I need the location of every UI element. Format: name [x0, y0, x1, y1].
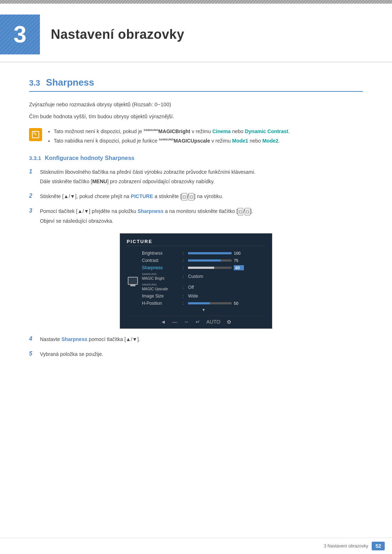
menu-contrast-label: Contrast — [142, 258, 178, 263]
menu-magic-upscale-label: SAMSUNGMAGIC Upscale — [142, 283, 178, 291]
chapter-header: 3 Nastavení obrazovky — [0, 4, 392, 62]
step-3-line-1: Pomocí tlačítek [▲/▼] přejděte na položk… — [40, 207, 363, 216]
note-box: Tato možnost není k dispozici, pokud je … — [29, 127, 363, 146]
hposition-bar — [188, 302, 232, 304]
step-1-content: Stisknutím libovolného tlačítka na předn… — [40, 168, 363, 187]
step-3-number: 3 — [29, 208, 35, 214]
sharpness-bar — [188, 267, 232, 269]
chapter-number-text: 3 — [13, 21, 26, 48]
step-5-content: Vybraná položka se použije. — [40, 350, 363, 360]
page-footer: 3 Nastavení obrazovky 52 — [0, 538, 392, 554]
chapter-title: Nastavení obrazovky — [51, 27, 184, 42]
step-3: 3 Pomocí tlačítek [▲/▼] přejděte na polo… — [29, 207, 363, 227]
step-2-number: 2 — [29, 193, 35, 199]
magic-upscale-value: Off — [188, 285, 194, 290]
menu-sharpness-label: Sharpness — [142, 265, 178, 270]
note-list: Tato možnost není k dispozici, pokud je … — [47, 127, 290, 146]
sharpness-fill — [188, 267, 214, 269]
menu-item-hposition: H-Position : 50 — [142, 300, 265, 307]
step-4-number: 4 — [29, 336, 35, 342]
chapter-number: 3 — [0, 15, 40, 54]
note-icon — [29, 128, 42, 141]
step-1-number: 1 — [29, 168, 35, 175]
contrast-fill — [188, 259, 221, 262]
menu-item-magic-bright: SAMSUNGMAGIC Bright : Custom — [142, 271, 265, 282]
footer-page-number: 52 — [372, 542, 385, 550]
nav-minus-icon: — — [172, 319, 177, 325]
step-3-content: Pomocí tlačítek [▲/▼] přejděte na položk… — [40, 207, 363, 227]
hposition-fill — [188, 302, 210, 304]
menu-item-contrast: Contrast : 75 — [142, 257, 265, 264]
main-content: 3.3 Sharpness Zvýrazňuje nebo rozmazává … — [0, 62, 392, 386]
contrast-value: 75 — [234, 258, 244, 263]
section-title: Sharpness — [46, 77, 94, 88]
menu-screenshot: PICTURE Brightness : 100 — [120, 233, 272, 329]
menu-hposition-label: H-Position — [142, 301, 178, 306]
description-2: Čím bude hodnota vyšší, tím budou obrysy… — [29, 112, 363, 121]
step-2: 2 Stiskněte [▲/▼], pokud chcete přejít n… — [29, 192, 363, 202]
step-4: 4 Nastavte Sharpness pomocí tlačítka [▲/… — [29, 335, 363, 345]
step-5-line: Vybraná položka se použije. — [40, 350, 363, 358]
description-1: Zvýrazňuje nebo rozmazává obrysy objektů… — [29, 100, 363, 109]
step-2-content: Stiskněte [▲/▼], pokud chcete přejít na … — [40, 192, 363, 202]
step-1-line-2: Dále stiskněte tlačítko [MENU] pro zobra… — [40, 177, 363, 185]
tv-icon — [128, 277, 138, 285]
step-4-content: Nastavte Sharpness pomocí tlačítka [▲/▼]… — [40, 335, 363, 345]
menu-brightness-label: Brightness — [142, 251, 178, 256]
nav-auto-label: AUTO — [207, 319, 221, 325]
menu-items-list: Brightness : 100 Contrast : — [142, 250, 265, 312]
menu-item-brightness: Brightness : 100 — [142, 250, 265, 257]
menu-sidebar — [127, 250, 139, 312]
menu-body: Brightness : 100 Contrast : — [127, 250, 265, 312]
menu-title: PICTURE — [127, 239, 265, 246]
steps-list: 1 Stisknutím libovolného tlačítka na pře… — [29, 168, 363, 227]
step-4-line: Nastavte Sharpness pomocí tlačítka [▲/▼]… — [40, 335, 363, 343]
nav-settings-icon: ✿ — [227, 319, 231, 325]
brightness-fill — [188, 252, 232, 254]
note-item-1: Tato možnost není k dispozici, pokud je … — [54, 127, 290, 136]
section-number: 3.3 — [29, 78, 40, 88]
subsection-title: Konfigurace hodnoty Sharpness — [45, 155, 134, 161]
nav-back-icon: ↵ — [196, 319, 200, 325]
subsection-heading: 3.3.1 Konfigurace hodnoty Sharpness — [29, 155, 363, 161]
sharpness-value: 60 — [234, 265, 244, 270]
menu-item-image-size: Image Size : Wide — [142, 292, 265, 300]
menu-item-magic-upscale: SAMSUNGMAGIC Upscale : Off — [142, 282, 265, 292]
hposition-value: 50 — [234, 301, 244, 305]
page: 3 Nastavení obrazovky 3.3 Sharpness Zvýr… — [0, 0, 392, 554]
menu-nav-bar: ◄ — ↔ ↵ AUTO ✿ — [127, 316, 265, 325]
nav-enter-icon: ↔ — [184, 319, 189, 325]
nav-left-icon: ◄ — [161, 319, 166, 325]
note-item-2: Tato nabídka není k dispozici, pokud je … — [54, 137, 290, 145]
step-1-line-1: Stisknutím libovolného tlačítka na předn… — [40, 168, 363, 176]
footer-text: 3 Nastavení obrazovky — [324, 543, 368, 549]
menu-image-size-label: Image Size — [142, 294, 178, 299]
brightness-bar — [188, 252, 232, 254]
steps-after-list: 4 Nastavte Sharpness pomocí tlačítka [▲/… — [29, 335, 363, 360]
top-stripe — [0, 0, 392, 4]
step-2-line-1: Stiskněte [▲/▼], pokud chcete přejít na … — [40, 192, 363, 201]
subsection-number: 3.3.1 — [29, 155, 41, 161]
scroll-down-indicator: ▼ — [142, 308, 265, 312]
step-3-line-2: Objeví se následující obrazovka. — [40, 217, 363, 225]
section-heading: 3.3 Sharpness — [29, 77, 363, 92]
step-5-number: 5 — [29, 350, 35, 357]
brightness-value: 100 — [234, 251, 244, 255]
step-5: 5 Vybraná položka se použije. — [29, 350, 363, 360]
menu-magic-bright-label: SAMSUNGMAGIC Bright — [142, 272, 178, 281]
image-size-value: Wide — [188, 294, 198, 299]
menu-item-sharpness: Sharpness : 60 — [142, 264, 265, 271]
contrast-bar — [188, 259, 232, 262]
step-1: 1 Stisknutím libovolného tlačítka na pře… — [29, 168, 363, 187]
magic-bright-value: Custom — [188, 274, 203, 279]
pencil-icon — [32, 131, 39, 138]
